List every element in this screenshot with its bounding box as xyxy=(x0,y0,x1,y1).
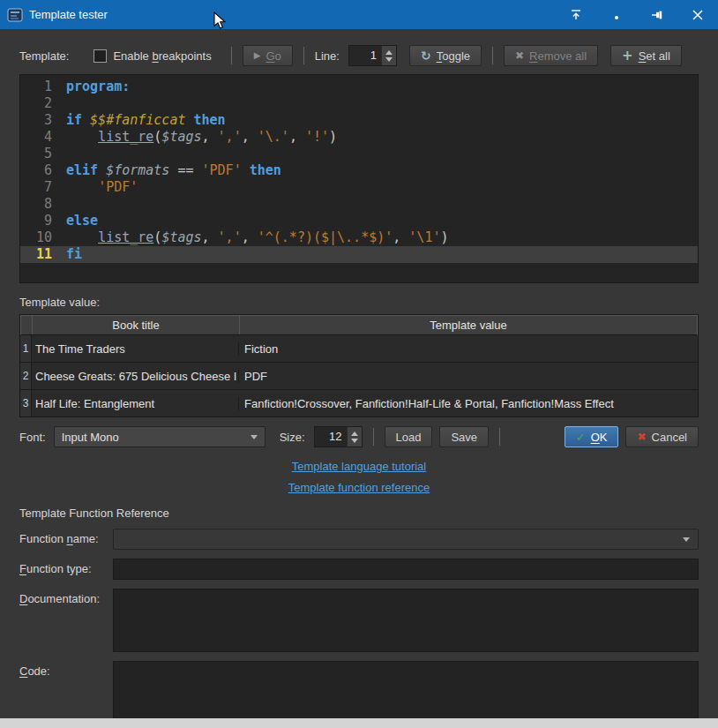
corner-cell xyxy=(21,316,33,334)
template-language-tutorial-link[interactable]: Template language tutorial xyxy=(19,456,699,477)
set-all-button[interactable]: + Set all xyxy=(610,45,682,66)
close-icon xyxy=(692,10,703,20)
spin-down-icon[interactable] xyxy=(351,439,358,443)
toolbar: Template: Enable breakpoints ▶ Go Line: … xyxy=(19,45,699,66)
code-field[interactable] xyxy=(113,661,699,718)
book-title-cell[interactable]: The Time Traders xyxy=(32,342,239,356)
close-button[interactable] xyxy=(677,0,718,29)
editor-line[interactable]: 5 xyxy=(20,146,698,162)
rollup-button[interactable] xyxy=(556,0,596,29)
set-all-label: Set all xyxy=(639,49,670,63)
window-bottom-edge xyxy=(0,718,718,728)
checkbox-box-icon[interactable] xyxy=(93,49,107,63)
table-row[interactable]: 3Half Life: EntanglementFanfiction!Cross… xyxy=(20,389,698,417)
minimize-button[interactable] xyxy=(596,0,637,29)
editor-line[interactable]: 7 'PDF' xyxy=(20,179,698,196)
results-table: Book title Template value 1The Time Trad… xyxy=(19,314,699,417)
template-editor[interactable]: 1program:23if $$#fanficcat then4 list_re… xyxy=(19,74,699,283)
check-icon: ✓ xyxy=(576,432,586,443)
editor-lines: 1program:23if $$#fanficcat then4 list_re… xyxy=(20,79,698,263)
code-text: list_re($tags, ',', '^(.*?)($|\..*$)', '… xyxy=(61,229,449,246)
ok-button[interactable]: ✓ OK xyxy=(565,426,619,447)
font-label: Font: xyxy=(19,431,46,444)
cancel-x-icon: ✖ xyxy=(637,432,646,442)
toolbar-separator xyxy=(231,47,232,64)
toggle-breakpoint-icon: ↻ xyxy=(421,49,431,62)
function-type-field[interactable] xyxy=(113,559,699,580)
toggle-button[interactable]: ↻ Toggle xyxy=(409,45,482,66)
editor-line[interactable]: 8 xyxy=(20,196,698,213)
line-number: 5 xyxy=(20,146,61,162)
pin-button[interactable] xyxy=(637,0,677,29)
line-number: 2 xyxy=(20,95,61,112)
template-value-cell[interactable]: Fanfiction!Crossover, Fanfiction!Half-Li… xyxy=(239,397,698,410)
size-label: Size: xyxy=(280,431,305,444)
ok-label: OK xyxy=(591,431,608,444)
editor-line[interactable]: 3if $$#fanficcat then xyxy=(20,112,698,129)
spin-up-icon[interactable] xyxy=(385,50,393,55)
enable-breakpoints-label: Enable breakpoints xyxy=(113,49,211,63)
font-row: Font: Input Mono Size: 12 Load Save xyxy=(19,426,699,447)
template-label: Template: xyxy=(19,49,69,63)
line-value[interactable]: 1 xyxy=(349,46,381,65)
remove-all-button[interactable]: ✖ Remove all xyxy=(504,45,598,66)
line-number: 8 xyxy=(20,196,61,213)
mouse-cursor xyxy=(213,11,228,31)
editor-line[interactable]: 11fi xyxy=(20,246,698,263)
save-button[interactable]: Save xyxy=(439,426,489,447)
editor-line[interactable]: 9else xyxy=(20,213,698,229)
book-title-cell[interactable]: Cheese Greats: 675 Delicious Cheese I xyxy=(32,370,239,383)
size-value[interactable]: 12 xyxy=(315,427,347,447)
line-spinner[interactable]: 1 xyxy=(348,45,397,66)
font-combobox[interactable]: Input Mono xyxy=(54,426,266,447)
pin-icon xyxy=(650,8,664,22)
table-header: Book title Template value xyxy=(20,315,698,335)
line-number: 6 xyxy=(20,162,61,179)
load-button[interactable]: Load xyxy=(385,426,433,447)
remove-icon: ✖ xyxy=(515,50,524,61)
row-number: 3 xyxy=(20,390,32,417)
line-number: 4 xyxy=(20,129,61,146)
titlebar[interactable]: Template tester xyxy=(0,0,718,29)
save-label: Save xyxy=(451,431,477,444)
code-text: list_re($tags, ',', '\.', '!') xyxy=(61,129,337,146)
template-value-cell[interactable]: Fiction xyxy=(239,342,698,356)
documentation-field[interactable] xyxy=(113,589,699,652)
spinner-arrows[interactable] xyxy=(381,46,396,65)
code-text: fi xyxy=(61,246,82,263)
editor-line[interactable]: 10 list_re($tags, ',', '^(.*?)($|\..*$)'… xyxy=(20,229,698,246)
spin-down-icon[interactable] xyxy=(385,57,393,62)
template-function-reference-link[interactable]: Template function reference xyxy=(19,477,699,499)
go-label: Go xyxy=(266,49,280,63)
function-type-label: Function type: xyxy=(19,559,113,580)
app-icon xyxy=(7,7,23,23)
spinner-arrows[interactable] xyxy=(347,427,362,447)
cancel-button[interactable]: ✖ Cancel xyxy=(625,426,699,447)
spin-up-icon[interactable] xyxy=(351,432,358,436)
row-number: 2 xyxy=(20,363,32,389)
code-text xyxy=(61,196,66,213)
template-value-cell[interactable]: PDF xyxy=(239,370,698,383)
cancel-label: Cancel xyxy=(652,431,687,444)
help-links: Template language tutorial Template func… xyxy=(19,456,699,499)
line-number: 9 xyxy=(20,213,61,229)
editor-line[interactable]: 1program: xyxy=(20,79,698,95)
editor-line[interactable]: 6elif $formats == 'PDF' then xyxy=(20,162,698,179)
line-number: 11 xyxy=(20,246,61,263)
row-number: 1 xyxy=(20,335,32,362)
table-row[interactable]: 2Cheese Greats: 675 Delicious Cheese IPD… xyxy=(20,362,698,389)
column-header-book-title[interactable]: Book title xyxy=(33,316,240,334)
code-text xyxy=(61,95,66,112)
function-name-combobox[interactable] xyxy=(113,529,699,550)
book-title-cell[interactable]: Half Life: Entanglement xyxy=(32,397,239,410)
enable-breakpoints-checkbox[interactable]: Enable breakpoints xyxy=(93,49,211,63)
size-spinner[interactable]: 12 xyxy=(314,426,363,447)
editor-line[interactable]: 2 xyxy=(20,95,698,112)
play-icon: ▶ xyxy=(254,51,261,60)
table-row[interactable]: 1The Time TradersFiction xyxy=(20,335,698,362)
toolbar-separator xyxy=(499,428,500,446)
column-header-template-value[interactable]: Template value xyxy=(240,316,697,334)
editor-line[interactable]: 4 list_re($tags, ',', '\.', '!') xyxy=(20,129,698,146)
code-text xyxy=(61,146,66,162)
go-button[interactable]: ▶ Go xyxy=(243,45,293,66)
